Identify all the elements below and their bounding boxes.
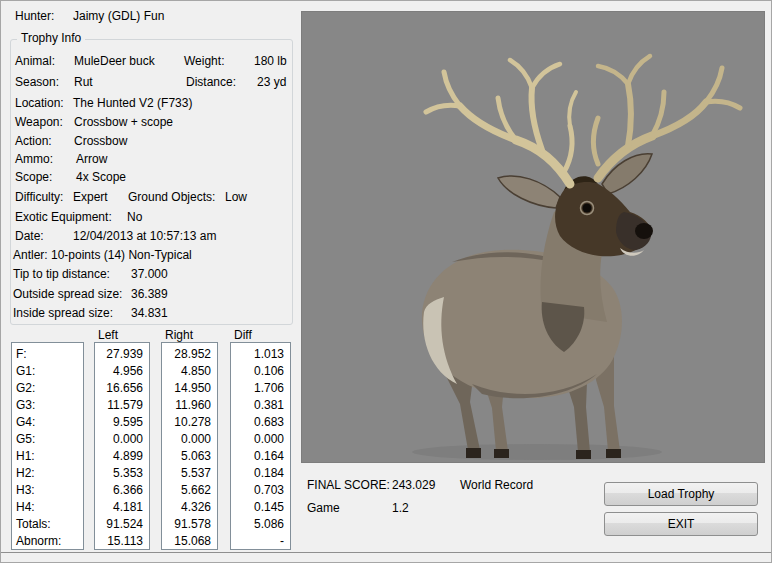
right-value-cell: 14.950 — [162, 380, 217, 397]
date-value: 12/04/2013 at 10:57:13 am — [73, 229, 216, 244]
ground-objects-value: Low — [225, 190, 247, 205]
measure-label-cell: Abnorm: — [12, 533, 83, 550]
diff-value-cell: 1.013 — [231, 346, 290, 363]
diff-value-cell: 0.184 — [231, 465, 290, 482]
date-label: Date: — [15, 229, 44, 244]
trophy-viewer-window: Hunter: Jaimy (GDL) Fun Trophy Info Anim… — [0, 0, 772, 563]
left-value-cell: 9.595 — [95, 414, 149, 431]
diff-value-cell: 0.703 — [231, 482, 290, 499]
measure-label-cell: F: — [12, 346, 83, 363]
left-value-cell: 5.353 — [95, 465, 149, 482]
weapon-label: Weapon: — [15, 115, 63, 130]
season-label: Season: — [15, 75, 59, 90]
ammo-value: Arrow — [76, 152, 107, 167]
animal-label: Animal: — [15, 54, 55, 69]
animal-value: MuleDeer buck — [74, 54, 155, 69]
ground-objects-label: Ground Objects: — [128, 190, 215, 205]
exotic-equipment-value: No — [127, 210, 142, 225]
left-value-cell: 16.656 — [95, 380, 149, 397]
diff-value-cell: - — [231, 533, 290, 550]
measure-label-cell: H2: — [12, 465, 83, 482]
measure-label-cell: Totals: — [12, 516, 83, 533]
load-trophy-button[interactable]: Load Trophy — [604, 482, 758, 506]
right-value-cell: 91.578 — [162, 516, 217, 533]
diff-value-cell: 0.145 — [231, 499, 290, 516]
right-value-cell: 4.326 — [162, 499, 217, 516]
exotic-equipment-label: Exotic Equipment: — [15, 210, 112, 225]
scope-value: 4x Scope — [76, 170, 126, 185]
antler-summary: Antler: 10-points (14) Non-Typical — [13, 248, 192, 263]
weapon-value: Crossbow + scope — [74, 115, 173, 130]
left-value-cell: 6.366 — [95, 482, 149, 499]
diff-value-cell: 5.086 — [231, 516, 290, 533]
distance-value: 23 yd — [257, 75, 286, 90]
right-value-cell: 10.278 — [162, 414, 217, 431]
right-value-cell: 4.850 — [162, 363, 217, 380]
right-value-cell: 28.952 — [162, 346, 217, 363]
difficulty-label: Difficulty: — [15, 190, 63, 205]
ammo-label: Ammo: — [15, 152, 53, 167]
record-badge: World Record — [460, 478, 533, 493]
right-value-cell: 11.960 — [162, 397, 217, 414]
left-value-cell: 0.000 — [95, 431, 149, 448]
measure-label-cell: H3: — [12, 482, 83, 499]
difficulty-value: Expert — [73, 190, 108, 205]
scope-label: Scope: — [15, 170, 52, 185]
diff-value-cell: 0.164 — [231, 448, 290, 465]
measure-label-cell: G2: — [12, 380, 83, 397]
bottom-divider — [1, 552, 772, 553]
exit-button[interactable]: EXIT — [604, 512, 758, 536]
left-value-cell: 4.899 — [95, 448, 149, 465]
tip-to-tip-label: Tip to tip distance: — [13, 267, 110, 282]
measure-label-cell: G1: — [12, 363, 83, 380]
diff-value-cell: 0.106 — [231, 363, 290, 380]
distance-label: Distance: — [186, 75, 236, 90]
hunter-label: Hunter: — [15, 9, 54, 24]
right-value-cell: 0.000 — [162, 431, 217, 448]
season-value: Rut — [74, 75, 93, 90]
diff-value-cell: 0.381 — [231, 397, 290, 414]
measure-label-cell: G3: — [12, 397, 83, 414]
left-value-cell: 11.579 — [95, 397, 149, 414]
left-value-cell: 15.113 — [95, 533, 149, 550]
inside-spread-label: Inside spread size: — [13, 306, 113, 321]
col-header-left: Left — [98, 328, 118, 343]
left-value-cell: 91.524 — [95, 516, 149, 533]
game-label: Game — [307, 501, 340, 516]
diff-value-cell: 0.683 — [231, 414, 290, 431]
diff-value-cell: 1.706 — [231, 380, 290, 397]
weight-value: 180 lb — [254, 54, 287, 69]
action-value: Crossbow — [74, 134, 127, 149]
measure-label-cell: H4: — [12, 499, 83, 516]
diff-values-listbox[interactable]: 1.013 0.106 1.706 0.381 0.683 0.000 0.16… — [230, 342, 291, 550]
measure-label-cell: G5: — [12, 431, 83, 448]
final-score-value: 243.029 — [392, 478, 435, 493]
tip-to-tip-value: 37.000 — [131, 267, 168, 282]
game-version-value: 1.2 — [392, 501, 409, 516]
right-value-cell: 5.063 — [162, 448, 217, 465]
col-header-right: Right — [165, 328, 193, 343]
trophy-info-title: Trophy Info — [17, 31, 85, 46]
hunter-value: Jaimy (GDL) Fun — [73, 9, 164, 24]
trophy-render-viewport[interactable] — [301, 11, 765, 463]
right-value-cell: 5.537 — [162, 465, 217, 482]
left-value-cell: 4.956 — [95, 363, 149, 380]
left-value-cell: 4.181 — [95, 499, 149, 516]
mule-deer-render — [302, 12, 764, 462]
right-values-listbox[interactable]: 28.952 4.850 14.950 11.960 10.278 0.000 … — [161, 342, 218, 550]
outside-spread-value: 36.389 — [131, 287, 168, 302]
location-value: The Hunted V2 (F733) — [73, 96, 192, 111]
right-value-cell: 5.662 — [162, 482, 217, 499]
measure-label-cell: H1: — [12, 448, 83, 465]
measure-label-cell: G4: — [12, 414, 83, 431]
right-value-cell: 15.068 — [162, 533, 217, 550]
left-value-cell: 27.939 — [95, 346, 149, 363]
outside-spread-label: Outside spread size: — [13, 287, 122, 302]
weight-label: Weight: — [184, 54, 224, 69]
action-label: Action: — [15, 134, 52, 149]
final-score-label: FINAL SCORE: — [307, 478, 390, 493]
diff-value-cell: 0.000 — [231, 431, 290, 448]
col-header-diff: Diff — [234, 328, 252, 343]
measure-labels-listbox[interactable]: F: G1: G2: G3: G4: G5: H1: H2: H3: H4: T… — [11, 342, 84, 550]
left-values-listbox[interactable]: 27.939 4.956 16.656 11.579 9.595 0.000 4… — [94, 342, 150, 550]
